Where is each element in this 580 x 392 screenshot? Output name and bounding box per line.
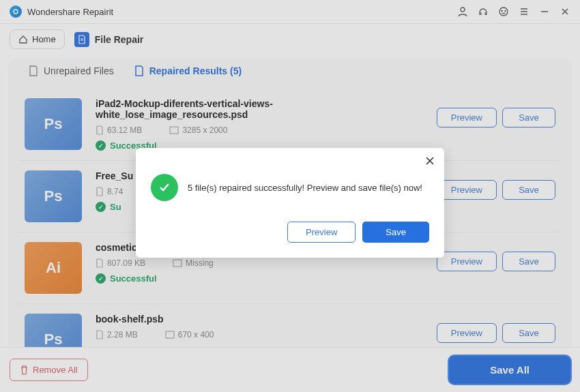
modal-preview-button[interactable]: Preview	[287, 222, 356, 243]
modal-body: 5 file(s) repaired successfully! Preview…	[151, 160, 429, 222]
modal-actions: Preview Save	[151, 222, 429, 243]
modal-message: 5 file(s) repaired successfully! Preview…	[188, 183, 422, 193]
success-modal: 5 file(s) repaired successfully! Preview…	[136, 148, 444, 258]
success-check-icon	[151, 174, 178, 201]
modal-close-icon[interactable]	[425, 156, 435, 166]
modal-overlay: 5 file(s) repaired successfully! Preview…	[0, 0, 580, 392]
modal-save-button[interactable]: Save	[362, 222, 429, 243]
